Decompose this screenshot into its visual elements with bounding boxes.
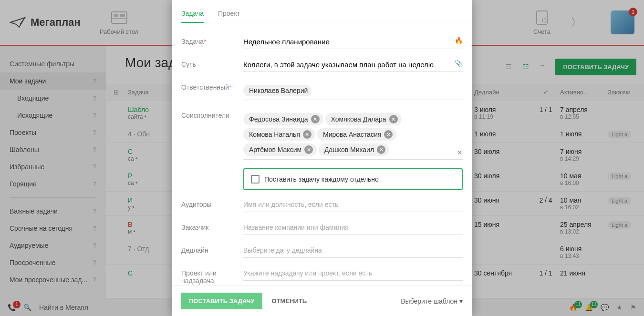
modal-body: Задача* 🔥 Суть 📎 Ответственный* Николаев…	[172, 23, 472, 285]
assign-each-checkbox[interactable]: Поставить задачу каждому отдельно	[243, 168, 463, 190]
coexec-chip[interactable]: Хомякова Дилара✕	[325, 113, 402, 125]
task-name-input[interactable]	[243, 38, 463, 46]
remove-chip-icon[interactable]: ✕	[304, 145, 313, 154]
modal-footer: ПОСТАВИТЬ ЗАДАЧУ ОТМЕНИТЬ Выберите шабло…	[172, 285, 472, 316]
cancel-button[interactable]: ОТМЕНИТЬ	[272, 297, 307, 305]
coexec-chip[interactable]: Мирова Анастасия✕	[317, 128, 396, 141]
remove-chip-icon[interactable]: ✕	[311, 115, 320, 123]
responsible-chip[interactable]: Николаев Валерий	[243, 85, 312, 96]
remove-chip-icon[interactable]: ✕	[303, 130, 312, 139]
create-task-modal: Задача Проект Задача* 🔥 Суть 📎 Ответстве…	[172, 0, 472, 316]
coexec-chip[interactable]: Дашков Михаил✕	[319, 143, 389, 156]
fire-icon[interactable]: 🔥	[455, 37, 463, 44]
remove-chip-icon[interactable]: ✕	[384, 130, 393, 139]
template-select[interactable]: Выберите шаблон ▾	[401, 297, 463, 305]
modal-tabs: Задача Проект	[172, 0, 472, 23]
supertask-input[interactable]: Укажите надзадачу или проект, если есть	[243, 269, 372, 277]
remove-chip-icon[interactable]: ✕	[377, 145, 385, 154]
tab-project[interactable]: Проект	[218, 10, 240, 23]
attach-icon[interactable]: 📎	[455, 60, 463, 67]
coexec-chip[interactable]: Федосова Зинаида✕	[243, 113, 323, 125]
submit-button[interactable]: ПОСТАВИТЬ ЗАДАЧУ	[181, 293, 262, 309]
checkbox-icon	[251, 175, 260, 183]
auditors-input[interactable]: Имя или должность, если есть	[243, 201, 338, 208]
essence-input[interactable]	[243, 61, 463, 69]
tab-task[interactable]: Задача	[181, 10, 204, 23]
coexec-field[interactable]: Федосова Зинаида✕Хомякова Дилара✕Комова …	[243, 110, 463, 160]
coexec-chip[interactable]: Артёмов Максим✕	[243, 143, 317, 156]
deadline-input[interactable]: Выберите дату дедлайна	[243, 246, 322, 254]
customer-input[interactable]: Название компании или фамилия	[243, 224, 349, 231]
coexec-chip[interactable]: Комова Наталья✕	[243, 128, 315, 141]
remove-chip-icon[interactable]: ✕	[389, 115, 398, 123]
clear-chips-icon[interactable]: ✕	[457, 149, 463, 156]
